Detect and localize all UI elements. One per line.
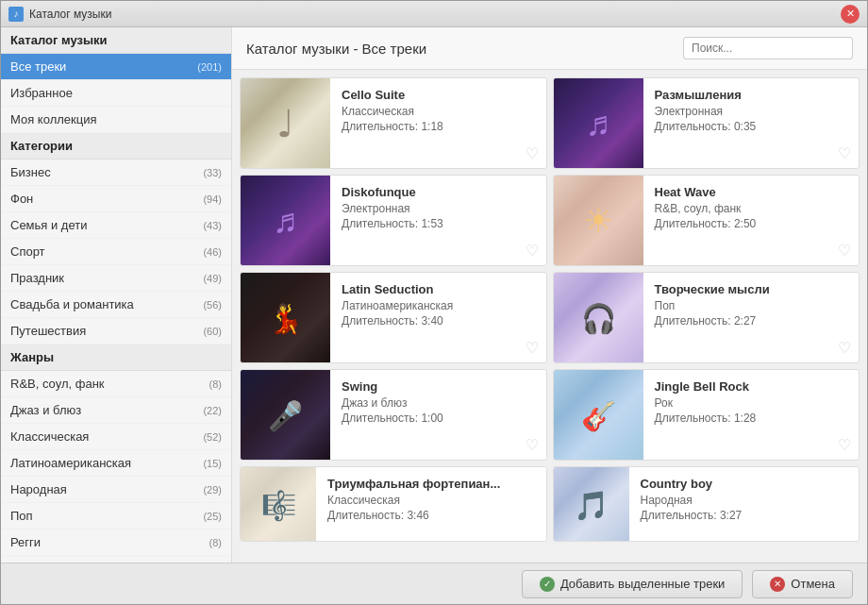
track-info-2: Diskofunque Электронная Длительность: 1:… (330, 176, 546, 265)
track-card-3[interactable]: Heat Wave R&B, соул, фанк Длительность: … (553, 175, 860, 266)
track-duration-0: Длительность: 1:18 (342, 120, 535, 133)
track-favorite-3[interactable]: ♡ (838, 242, 851, 260)
sidebar-label-reggae: Регги (10, 535, 41, 549)
sidebar-label-family: Семья и дети (10, 218, 87, 232)
tracks-row-3: Latin Seduction Латиноамериканская Длите… (240, 272, 860, 363)
track-title-9: Country boy (641, 477, 848, 491)
sidebar-item-classical[interactable]: Классическая (52) (1, 424, 231, 450)
sidebar-count-wedding: (56) (203, 299, 222, 311)
track-duration-1: Длительность: 0:35 (655, 120, 848, 133)
sidebar-count-folk: (29) (203, 484, 222, 496)
track-card-2[interactable]: Diskofunque Электронная Длительность: 1:… (240, 175, 547, 266)
title-bar-left: ♪ Каталог музыки (8, 7, 111, 22)
music-catalog-window: ♪ Каталог музыки ✕ Каталог музыки Все тр… (0, 0, 868, 605)
sidebar-count-latin: (15) (203, 458, 222, 469)
sidebar-count-sport: (46) (203, 246, 222, 258)
track-title-6: Swing (342, 379, 535, 394)
cancel-button-label: Отмена (791, 577, 835, 591)
sidebar-count-all-tracks: (201) (197, 61, 222, 73)
tracks-row-1: Cello Suite Классическая Длительность: 1… (240, 77, 860, 169)
track-favorite-7[interactable]: ♡ (838, 436, 851, 454)
track-genre-3: R&B, соул, фанк (655, 202, 848, 215)
sidebar-item-holiday[interactable]: Праздник (49) (1, 265, 231, 292)
sidebar-count-classical: (52) (203, 431, 222, 443)
track-title-2: Diskofunque (342, 185, 535, 199)
track-thumb-0 (241, 78, 330, 168)
sidebar-count-fon: (94) (203, 193, 222, 205)
track-card-7[interactable]: Jingle Bell Rock Рок Длительность: 1:28 … (553, 369, 860, 461)
tracks-grid: Cello Suite Классическая Длительность: 1… (232, 70, 867, 563)
sidebar-label-rnb: R&B, соул, фанк (10, 377, 105, 391)
track-duration-6: Длительность: 1:00 (342, 412, 535, 425)
sidebar-label-all-tracks: Все треки (10, 59, 66, 74)
content-header: Каталог музыки - Все треки (232, 27, 867, 70)
sidebar-label-pop: Поп (10, 509, 33, 523)
add-button-label: Добавить выделенные треки (560, 577, 725, 591)
track-title-7: Jingle Bell Rock (655, 379, 848, 394)
track-title-8: Триумфальная фортепиан... (327, 477, 535, 491)
track-info-1: Размышления Электронная Длительность: 0:… (643, 78, 860, 168)
track-thumb-5 (554, 273, 643, 362)
track-genre-7: Рок (655, 396, 848, 410)
sidebar-item-favorites[interactable]: Избранное (1, 80, 231, 107)
track-info-7: Jingle Bell Rock Рок Длительность: 1:28 (643, 370, 860, 460)
sidebar-item-sport[interactable]: Спорт (46) (1, 239, 231, 265)
track-thumb-7 (554, 370, 643, 460)
track-thumb-9 (554, 467, 629, 542)
content-area: Каталог музыки - Все треки Cello Suite К… (232, 27, 867, 563)
sidebar-count-biznes: (33) (203, 167, 222, 178)
track-card-9[interactable]: Country boy Народная Длительность: 3:27 (553, 466, 860, 542)
track-duration-9: Длительность: 3:27 (641, 509, 848, 522)
track-genre-8: Классическая (327, 494, 535, 507)
sidebar-label-favorites: Избранное (10, 86, 73, 100)
track-info-9: Country boy Народная Длительность: 3:27 (629, 467, 860, 541)
sidebar-item-fon[interactable]: Фон (94) (1, 186, 231, 212)
track-favorite-2[interactable]: ♡ (526, 242, 539, 260)
sidebar-item-all-tracks[interactable]: Все треки (201) (1, 54, 231, 80)
sidebar-label-holiday: Праздник (10, 271, 64, 285)
track-favorite-6[interactable]: ♡ (526, 436, 539, 454)
track-genre-5: Поп (655, 299, 848, 312)
add-selected-button[interactable]: ✓ Добавить выделенные треки (522, 570, 743, 598)
track-card-1[interactable]: Размышления Электронная Длительность: 0:… (553, 77, 860, 169)
sidebar-item-family[interactable]: Семья и дети (43) (1, 212, 231, 239)
track-genre-9: Народная (641, 494, 848, 507)
sidebar-label-sport: Спорт (10, 244, 45, 259)
sidebar-item-latin[interactable]: Латиноамериканская (15) (1, 450, 231, 477)
sidebar-item-wedding[interactable]: Свадьба и романтика (56) (1, 292, 231, 318)
sidebar-section-catalog: Каталог музыки (1, 27, 231, 54)
track-card-5[interactable]: Творческие мысли Поп Длительность: 2:27 … (553, 272, 860, 363)
track-card-6[interactable]: Swing Джаз и блюз Длительность: 1:00 ♡ (240, 369, 547, 461)
cancel-button[interactable]: ✕ Отмена (752, 570, 853, 598)
search-input[interactable] (683, 37, 853, 59)
close-button[interactable]: ✕ (841, 5, 860, 24)
sidebar-item-biznes[interactable]: Бизнес (33) (1, 160, 231, 186)
track-card-4[interactable]: Latin Seduction Латиноамериканская Длите… (240, 272, 547, 363)
sidebar-item-reggae[interactable]: Регги (8) (1, 529, 231, 556)
track-favorite-0[interactable]: ♡ (526, 144, 539, 162)
track-title-0: Cello Suite (342, 88, 535, 102)
track-favorite-5[interactable]: ♡ (838, 339, 851, 357)
track-thumb-1 (554, 78, 643, 168)
track-thumb-2 (241, 176, 330, 265)
track-card-0[interactable]: Cello Suite Классическая Длительность: 1… (240, 77, 547, 169)
window-icon: ♪ (8, 7, 24, 22)
sidebar-item-pop[interactable]: Поп (25) (1, 503, 231, 529)
track-favorite-1[interactable]: ♡ (838, 144, 851, 162)
tracks-row-2: Diskofunque Электронная Длительность: 1:… (240, 175, 860, 266)
sidebar-item-travel[interactable]: Путешествия (60) (1, 318, 231, 345)
window-title: Каталог музыки (29, 8, 111, 21)
content-title: Каталог музыки - Все треки (246, 41, 426, 57)
track-favorite-4[interactable]: ♡ (526, 339, 539, 357)
sidebar-label-jazz: Джаз и блюз (10, 403, 81, 417)
sidebar: Каталог музыки Все треки (201) Избранное… (1, 27, 232, 563)
track-info-0: Cello Suite Классическая Длительность: 1… (330, 78, 546, 168)
track-card-8[interactable]: Триумфальная фортепиан... Классическая Д… (240, 466, 547, 542)
sidebar-item-jazz[interactable]: Джаз и блюз (22) (1, 397, 231, 424)
sidebar-item-rnb[interactable]: R&B, соул, фанк (8) (1, 371, 231, 397)
sidebar-label-classical: Классическая (10, 429, 89, 444)
track-genre-6: Джаз и блюз (342, 396, 535, 410)
track-info-6: Swing Джаз и блюз Длительность: 1:00 (330, 370, 546, 460)
sidebar-item-folk[interactable]: Народная (29) (1, 477, 231, 503)
sidebar-item-my-collection[interactable]: Моя коллекция (1, 107, 231, 133)
